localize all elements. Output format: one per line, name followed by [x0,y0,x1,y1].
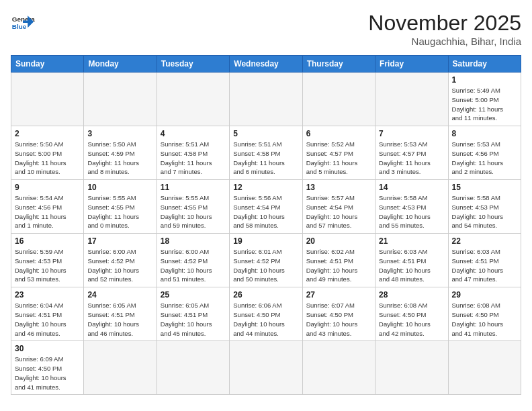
calendar-cell: 20Sunrise: 6:02 AM Sunset: 4:51 PM Dayli… [302,234,375,287]
day-info: Sunrise: 5:59 AM Sunset: 4:53 PM Dayligh… [15,247,80,284]
calendar-cell: 16Sunrise: 5:59 AM Sunset: 4:53 PM Dayli… [11,234,84,287]
day-number: 6 [306,129,371,138]
day-info: Sunrise: 5:52 AM Sunset: 4:57 PM Dayligh… [306,140,371,177]
calendar-table: SundayMondayTuesdayWednesdayThursdayFrid… [11,55,521,395]
day-info: Sunrise: 6:03 AM Sunset: 4:51 PM Dayligh… [452,247,517,284]
calendar-cell: 9Sunrise: 5:54 AM Sunset: 4:56 PM Daylig… [11,180,84,234]
day-info: Sunrise: 6:09 AM Sunset: 4:50 PM Dayligh… [15,355,80,392]
calendar-cell [157,73,229,126]
calendar-cell: 2Sunrise: 5:50 AM Sunset: 5:00 PM Daylig… [11,126,84,180]
day-number: 24 [87,290,152,300]
calendar-cell: 8Sunrise: 5:53 AM Sunset: 4:56 PM Daylig… [448,126,521,180]
day-info: Sunrise: 5:55 AM Sunset: 4:55 PM Dayligh… [87,193,152,230]
calendar-cell: 12Sunrise: 5:56 AM Sunset: 4:54 PM Dayli… [230,180,302,234]
calendar-cell [448,341,521,395]
day-number: 9 [15,183,80,192]
calendar-cell: 30Sunrise: 6:09 AM Sunset: 4:50 PM Dayli… [11,341,84,395]
day-info: Sunrise: 6:02 AM Sunset: 4:51 PM Dayligh… [306,247,371,284]
day-info: Sunrise: 6:05 AM Sunset: 4:51 PM Dayligh… [87,301,152,338]
calendar-cell: 6Sunrise: 5:52 AM Sunset: 4:57 PM Daylig… [302,126,375,180]
calendar-cell: 26Sunrise: 6:06 AM Sunset: 4:50 PM Dayli… [230,287,302,341]
calendar-week-1: 1Sunrise: 5:49 AM Sunset: 5:00 PM Daylig… [11,73,521,126]
day-number: 2 [15,129,80,138]
calendar-cell [84,73,157,126]
day-info: Sunrise: 5:51 AM Sunset: 4:58 PM Dayligh… [233,140,298,177]
day-info: Sunrise: 5:57 AM Sunset: 4:54 PM Dayligh… [306,193,371,230]
calendar-cell [230,341,302,395]
weekday-header-tuesday: Tuesday [157,56,229,73]
weekday-header-thursday: Thursday [302,56,375,73]
calendar-cell: 13Sunrise: 5:57 AM Sunset: 4:54 PM Dayli… [302,180,375,234]
day-number: 11 [161,183,226,192]
calendar-cell [302,73,375,126]
calendar-cell: 28Sunrise: 6:08 AM Sunset: 4:50 PM Dayli… [375,287,448,341]
day-info: Sunrise: 6:08 AM Sunset: 4:50 PM Dayligh… [379,301,444,338]
calendar-cell: 21Sunrise: 6:03 AM Sunset: 4:51 PM Dayli… [375,234,448,287]
weekday-header-saturday: Saturday [448,56,521,73]
day-info: Sunrise: 6:01 AM Sunset: 4:52 PM Dayligh… [233,247,298,284]
weekday-header-monday: Monday [84,56,157,73]
calendar-cell: 14Sunrise: 5:58 AM Sunset: 4:53 PM Dayli… [375,180,448,234]
calendar-cell [230,73,302,126]
day-number: 10 [87,183,152,192]
svg-text:Blue: Blue [12,23,27,30]
day-info: Sunrise: 5:49 AM Sunset: 5:00 PM Dayligh… [452,86,517,123]
logo: General Blue [11,11,35,35]
weekday-header-sunday: Sunday [11,56,84,73]
day-number: 27 [306,290,371,300]
calendar-week-2: 2Sunrise: 5:50 AM Sunset: 5:00 PM Daylig… [11,126,521,180]
day-info: Sunrise: 5:54 AM Sunset: 4:56 PM Dayligh… [15,193,80,230]
weekday-header-friday: Friday [375,56,448,73]
day-number: 17 [87,236,152,246]
day-info: Sunrise: 6:08 AM Sunset: 4:50 PM Dayligh… [452,301,517,338]
calendar-cell: 27Sunrise: 6:07 AM Sunset: 4:50 PM Dayli… [302,287,375,341]
day-info: Sunrise: 5:55 AM Sunset: 4:55 PM Dayligh… [161,193,226,230]
calendar-week-3: 9Sunrise: 5:54 AM Sunset: 4:56 PM Daylig… [11,180,521,234]
title-block: November 2025 Naugachhia, Bihar, India [368,11,521,47]
calendar-cell: 17Sunrise: 6:00 AM Sunset: 4:52 PM Dayli… [84,234,157,287]
day-info: Sunrise: 5:50 AM Sunset: 5:00 PM Dayligh… [15,140,80,177]
day-number: 13 [306,183,371,192]
day-number: 12 [233,183,298,192]
day-info: Sunrise: 5:56 AM Sunset: 4:54 PM Dayligh… [233,193,298,230]
day-number: 28 [379,290,444,300]
calendar-cell: 10Sunrise: 5:55 AM Sunset: 4:55 PM Dayli… [84,180,157,234]
calendar-cell: 11Sunrise: 5:55 AM Sunset: 4:55 PM Dayli… [157,180,229,234]
location: Naugachhia, Bihar, India [368,36,521,47]
calendar-cell: 24Sunrise: 6:05 AM Sunset: 4:51 PM Dayli… [84,287,157,341]
day-info: Sunrise: 5:53 AM Sunset: 4:56 PM Dayligh… [452,140,517,177]
day-number: 3 [87,129,152,138]
calendar-cell: 23Sunrise: 6:04 AM Sunset: 4:51 PM Dayli… [11,287,84,341]
day-info: Sunrise: 6:03 AM Sunset: 4:51 PM Dayligh… [379,247,444,284]
day-number: 1 [452,75,517,85]
day-number: 7 [379,129,444,138]
calendar-cell: 25Sunrise: 6:05 AM Sunset: 4:51 PM Dayli… [157,287,229,341]
day-info: Sunrise: 6:00 AM Sunset: 4:52 PM Dayligh… [87,247,152,284]
calendar-week-5: 23Sunrise: 6:04 AM Sunset: 4:51 PM Dayli… [11,287,521,341]
day-number: 8 [452,129,517,138]
calendar-cell: 15Sunrise: 5:58 AM Sunset: 4:53 PM Dayli… [448,180,521,234]
calendar-cell: 1Sunrise: 5:49 AM Sunset: 5:00 PM Daylig… [448,73,521,126]
calendar-cell: 7Sunrise: 5:53 AM Sunset: 4:57 PM Daylig… [375,126,448,180]
day-number: 20 [306,236,371,246]
day-info: Sunrise: 5:50 AM Sunset: 4:59 PM Dayligh… [87,140,152,177]
calendar-cell [375,73,448,126]
calendar-week-6: 30Sunrise: 6:09 AM Sunset: 4:50 PM Dayli… [11,341,521,395]
day-number: 23 [15,290,80,300]
day-info: Sunrise: 6:06 AM Sunset: 4:50 PM Dayligh… [233,301,298,338]
calendar-week-4: 16Sunrise: 5:59 AM Sunset: 4:53 PM Dayli… [11,234,521,287]
day-info: Sunrise: 6:07 AM Sunset: 4:50 PM Dayligh… [306,301,371,338]
day-number: 5 [233,129,298,138]
day-number: 22 [452,236,517,246]
calendar-cell: 18Sunrise: 6:00 AM Sunset: 4:52 PM Dayli… [157,234,229,287]
day-number: 19 [233,236,298,246]
day-number: 15 [452,183,517,192]
calendar-header-row: SundayMondayTuesdayWednesdayThursdayFrid… [11,56,521,73]
logo-icon: General Blue [11,11,35,35]
day-number: 16 [15,236,80,246]
page-header: General Blue November 2025 Naugachhia, B… [11,11,521,47]
calendar-cell [302,341,375,395]
day-number: 26 [233,290,298,300]
calendar-cell: 19Sunrise: 6:01 AM Sunset: 4:52 PM Dayli… [230,234,302,287]
day-number: 14 [379,183,444,192]
